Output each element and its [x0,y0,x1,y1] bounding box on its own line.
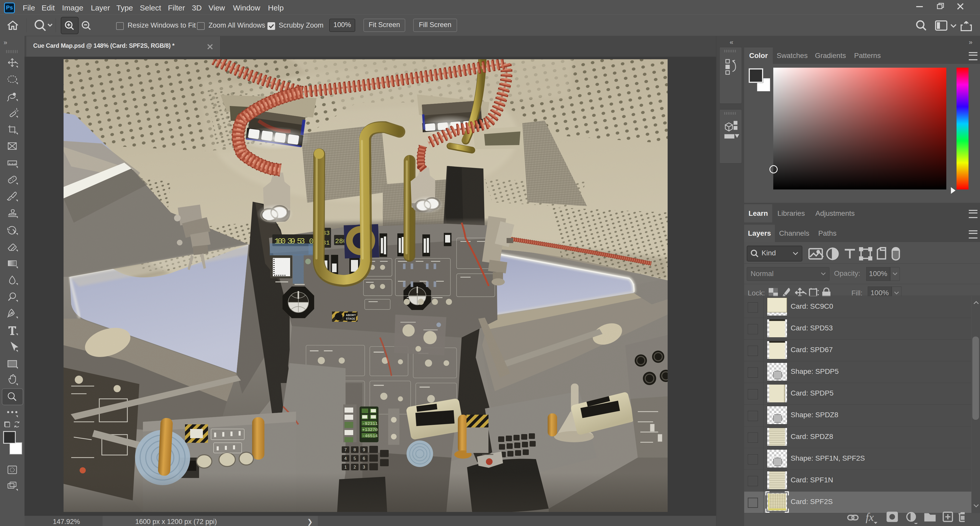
svg-text:fx: fx [865,511,874,523]
svg-text:»: » [3,38,7,46]
